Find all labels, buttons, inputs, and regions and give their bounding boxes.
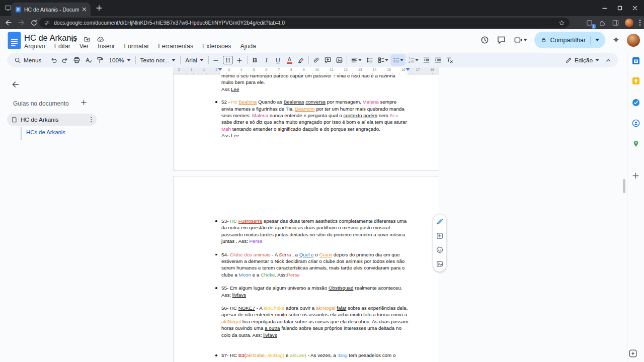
tab-options-kebab-icon[interactable] [91, 117, 92, 123]
menu-editar[interactable]: Editar [50, 42, 75, 50]
bookmark-star-icon[interactable] [558, 20, 565, 26]
menu-ferramentas[interactable]: Ferramentas [153, 42, 198, 50]
undo-button[interactable] [48, 54, 59, 66]
doc-paragraph-hc53[interactable]: 53- HC Fusroserra apesar das duas terem … [221, 218, 409, 245]
refresh-button[interactable] [28, 17, 39, 28]
doc-paragraph-hc56[interactable]: 56- HC NOKE7 - A ak!Choke adora ouvir a … [221, 305, 409, 338]
numbered-list-button[interactable]: 12 [406, 54, 421, 66]
contacts-icon[interactable] [631, 119, 640, 128]
outline-back-button[interactable] [11, 80, 20, 89]
doc-paragraph-hc54[interactable]: 54- Clube dos animais - A Serra , a Quel… [221, 251, 409, 279]
tab-close-icon[interactable] [82, 7, 87, 12]
sub-tab-item[interactable]: HCs de Arkanis [26, 129, 65, 135]
paragraph-style-select[interactable]: Texto nor... [137, 57, 179, 64]
vertical-scrollbar-thumb[interactable] [623, 179, 625, 193]
menu-extensões[interactable]: Extensões [198, 42, 235, 50]
gemini-sparkle-icon[interactable] [610, 34, 622, 46]
get-addons-button[interactable] [631, 171, 640, 180]
clear-formatting-button[interactable] [444, 54, 455, 66]
tab-favicon-docs-icon [15, 7, 21, 13]
editing-mode-select[interactable]: Edição [562, 57, 602, 64]
calendar-icon[interactable] [631, 56, 640, 65]
doc-signature[interactable]: Ass Lee [221, 132, 409, 139]
print-button[interactable] [71, 54, 83, 66]
doc-signature[interactable]: Ass Lee [221, 86, 409, 93]
tasks-icon[interactable] [631, 98, 640, 107]
bulleted-list-button[interactable] [390, 54, 406, 66]
version-history-icon[interactable] [479, 34, 491, 46]
new-tab-button[interactable] [96, 5, 103, 12]
window-minimize-button[interactable] [602, 5, 608, 11]
star-document-icon[interactable] [70, 36, 77, 43]
add-comment-button[interactable] [322, 54, 334, 66]
text-color-button[interactable]: A [284, 54, 295, 66]
doc-paragraph-hc57[interactable]: 57- HC B3(ak!Gabe, ak!Bag) e ak!Lee) - A… [221, 352, 409, 358]
font-select[interactable]: Arial [182, 57, 207, 64]
document-title[interactable]: HC de Arkanis [24, 33, 77, 43]
emoji-reaction-icon[interactable] [436, 246, 444, 254]
add-tab-button[interactable] [80, 99, 87, 106]
right-indent-marker[interactable] [406, 68, 410, 71]
menu-inserir[interactable]: Inserir [93, 42, 119, 50]
add-comment-icon[interactable] [436, 232, 444, 240]
increase-font-size-button[interactable] [234, 54, 246, 66]
window-maximize-button[interactable] [617, 5, 623, 11]
checklist-button[interactable] [375, 54, 390, 66]
line-spacing-button[interactable] [364, 54, 375, 66]
menu-formatar[interactable]: Formatar [119, 42, 153, 50]
doc-paragraph[interactable]: muito bem para ele. [221, 79, 409, 85]
left-indent-marker[interactable] [218, 68, 222, 71]
redo-button[interactable] [59, 54, 71, 66]
docs-logo-icon[interactable] [8, 32, 21, 49]
highlight-color-button[interactable] [295, 54, 307, 66]
share-button[interactable]: Compartilhar [534, 32, 605, 48]
explore-button[interactable] [628, 349, 637, 358]
font-size-input[interactable]: 11 [223, 56, 233, 64]
zoom-value: 100% [109, 57, 124, 64]
forward-button[interactable] [16, 17, 27, 28]
menu-ajuda[interactable]: Ajuda [236, 42, 261, 50]
extension-icon[interactable]: 1 [586, 19, 593, 27]
move-folder-icon[interactable] [84, 36, 91, 43]
ruler-ticks [173, 73, 439, 74]
doc-paragraph-hc55[interactable]: 55- Em algum lugar de algum universo a m… [221, 285, 409, 298]
insert-link-button[interactable] [310, 54, 322, 66]
maps-icon[interactable] [631, 139, 640, 148]
image-suggestion-icon[interactable] [436, 260, 444, 268]
spellcheck-button[interactable] [83, 54, 94, 66]
menu-arquivo[interactable]: Arquivo [20, 42, 50, 50]
cloud-saved-icon[interactable] [97, 36, 104, 43]
keep-icon[interactable] [631, 76, 640, 85]
paint-format-button[interactable] [94, 54, 106, 66]
comments-icon[interactable] [496, 34, 507, 46]
increase-indent-button[interactable] [432, 54, 444, 66]
toolbar-divider [347, 56, 347, 64]
address-bar[interactable]: docs.google.com/document/d/1HjNlnKDr5-rh… [39, 18, 570, 28]
browser-tab[interactable]: HC de Arkanis - Documentos G [11, 3, 91, 16]
side-panel-icon[interactable] [612, 19, 619, 27]
back-button[interactable] [3, 17, 14, 28]
extensions-puzzle-icon[interactable] [599, 19, 606, 27]
account-avatar[interactable] [627, 34, 640, 47]
decrease-font-size-button[interactable] [210, 54, 222, 66]
align-button[interactable] [349, 54, 364, 66]
collapse-toolbar-button[interactable] [602, 54, 614, 66]
zoom-select[interactable]: 100% [106, 57, 133, 64]
browser-menu-kebab-icon[interactable] [639, 19, 641, 26]
insert-image-button[interactable] [334, 54, 345, 66]
menus-search-button[interactable]: Menus [11, 57, 44, 64]
browser-profile-avatar[interactable] [625, 19, 633, 27]
video-call-icon[interactable] [512, 34, 529, 46]
document-page-2[interactable]: 53- HC Fusroserra apesar das duas terem … [173, 176, 439, 362]
window-close-button[interactable] [632, 5, 638, 11]
document-page-1[interactable]: meme o seu namorado parece captar um pas… [173, 67, 439, 171]
doc-tab-item[interactable]: HC de Arkanis [7, 114, 97, 126]
menu-ver[interactable]: Ver [75, 42, 93, 50]
bold-button[interactable]: B [249, 54, 261, 66]
site-settings-icon[interactable] [44, 20, 50, 26]
writing-suggestions-pen-icon[interactable] [436, 218, 444, 226]
italic-button[interactable]: I [261, 54, 272, 66]
decrease-indent-button[interactable] [421, 54, 432, 66]
underline-button[interactable]: U [272, 54, 284, 66]
doc-paragraph-hc52[interactable]: 52 - Hc Bealona Quando as Bealenas conve… [221, 99, 409, 132]
